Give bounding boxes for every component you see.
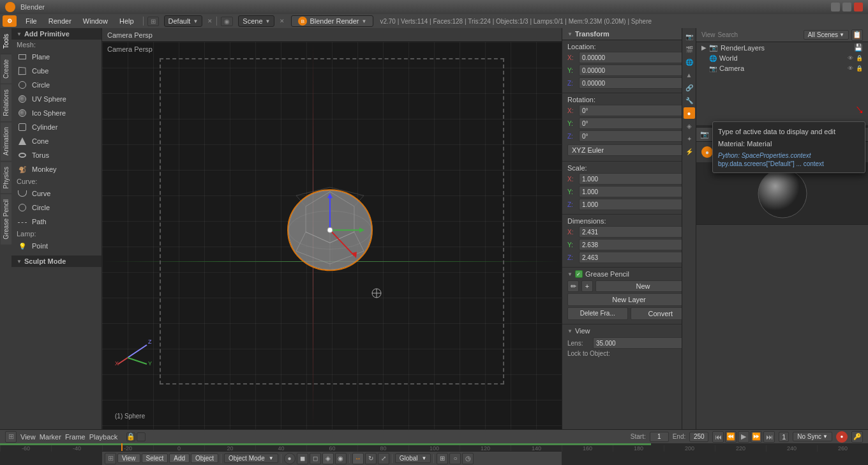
toolbar-object[interactable]: Object: [191, 454, 218, 463]
shading-wire[interactable]: ◻: [310, 453, 321, 464]
menu-logo[interactable]: ⚙: [3, 15, 17, 27]
sphere-object[interactable]: [284, 184, 380, 278]
timeline-marker-btn[interactable]: Marker: [40, 433, 61, 441]
shading-solid[interactable]: ◼: [297, 453, 308, 464]
timeline-frame-btn[interactable]: Frame: [65, 433, 86, 441]
tab-animation[interactable]: Animation: [1, 121, 11, 160]
prev-frame-btn[interactable]: ⏪: [725, 431, 737, 443]
prop-object-icon[interactable]: ▲: [684, 69, 695, 80]
tool-translate[interactable]: ↔: [352, 453, 364, 464]
current-frame-input[interactable]: 1: [779, 432, 789, 442]
prop-physics-icon[interactable]: ⚡: [684, 146, 695, 157]
scale-x-input[interactable]: 1.000 🔒: [579, 173, 691, 185]
shading-material[interactable]: ◈: [322, 453, 334, 464]
toolbar-add[interactable]: Add: [169, 454, 190, 463]
end-input[interactable]: 250: [689, 432, 708, 442]
proportional-icon[interactable]: ○: [449, 453, 461, 464]
scene-dropdown[interactable]: Scene▼: [238, 15, 274, 27]
mesh-plane[interactable]: Plane: [11, 50, 101, 64]
prop-particle-icon[interactable]: ✦: [684, 133, 695, 144]
main-viewport[interactable]: Camera Persp: [102, 28, 562, 429]
timeline-lock-icon[interactable]: 🔒: [126, 432, 135, 441]
key-btn[interactable]: 🔑: [851, 431, 863, 443]
mesh-cone[interactable]: Cone: [11, 134, 101, 148]
close-button[interactable]: [854, 3, 863, 11]
3d-cursor[interactable]: [370, 287, 383, 301]
tab-grease-pencil[interactable]: Grease Pencil: [1, 194, 11, 245]
curve-curve[interactable]: Curve: [11, 187, 101, 201]
loc-x-input[interactable]: 0.00000 🔒: [579, 52, 691, 63]
outliner-renderlayers[interactable]: ▶ 📷 RenderLayers 💾: [696, 42, 868, 53]
scale-y-input[interactable]: 1.000 🔒: [579, 186, 691, 197]
menu-help[interactable]: Help: [114, 16, 139, 26]
prop-constraint-icon[interactable]: 🔗: [684, 82, 695, 93]
outliner-world[interactable]: 🌐 World 👁 🔒: [704, 53, 868, 63]
mesh-monkey[interactable]: 🐒 Monkey: [11, 162, 101, 176]
gp-checkbox[interactable]: ✓: [575, 270, 583, 278]
shading-render[interactable]: ◉: [335, 453, 347, 464]
section-add-primitive[interactable]: ▼ Add Primitive: [11, 28, 101, 40]
record-btn[interactable]: ●: [836, 431, 848, 443]
scenes-dropdown[interactable]: All Scenes ▼: [804, 30, 849, 40]
pivot-dropdown[interactable]: Global▼: [395, 454, 431, 463]
toolbar-view[interactable]: View: [117, 454, 140, 463]
prop-render-icon[interactable]: 📷: [684, 31, 695, 42]
layout-add[interactable]: ✕: [207, 18, 213, 24]
layout-dropdown[interactable]: Default▼: [164, 15, 203, 27]
timeline-view-btn[interactable]: View: [20, 433, 36, 441]
gp-delete-button[interactable]: Delete Fra...: [567, 307, 628, 320]
menu-render[interactable]: Render: [43, 16, 77, 26]
skip-end-btn[interactable]: ⏭: [763, 431, 775, 443]
prop-material-icon[interactable]: ●: [684, 107, 695, 119]
section-sculpt[interactable]: ▼ Sculpt Mode: [11, 255, 101, 267]
dim-z-input[interactable]: 2.463 ▶: [579, 252, 691, 263]
start-input[interactable]: 1: [650, 432, 669, 442]
lens-input[interactable]: 35.000 ▶: [593, 337, 691, 349]
mesh-icosphere[interactable]: Ico Sphere: [11, 106, 101, 120]
dim-y-input[interactable]: 2.638 ▶: [579, 239, 691, 250]
skip-start-btn[interactable]: ⏮: [712, 431, 724, 443]
scale-z-input[interactable]: 1.000 🔒: [579, 199, 691, 210]
prop-scene-icon[interactable]: 🎬: [684, 43, 695, 55]
timeline-menu-icon[interactable]: ⊞: [5, 431, 17, 443]
mesh-cylinder[interactable]: Cylinder: [11, 120, 101, 134]
loc-z-input[interactable]: 0.00000 🔒: [579, 77, 691, 89]
tab-create[interactable]: Create: [1, 54, 11, 84]
sync-dropdown[interactable]: No Sync ▼: [793, 432, 832, 441]
tab-physics[interactable]: Physics: [1, 161, 11, 194]
euler-dropdown[interactable]: XYZ Euler ▼: [567, 144, 691, 156]
prop-modifier-icon[interactable]: 🔧: [684, 95, 695, 106]
rot-y-input[interactable]: 0° 🔒: [579, 118, 691, 129]
curve-path[interactable]: Path: [11, 215, 101, 229]
onion-icon[interactable]: ◷: [462, 453, 474, 464]
tab-relations[interactable]: Relations: [1, 84, 11, 121]
tab-tools[interactable]: Tools: [1, 28, 11, 54]
outliner-view-btn[interactable]: View: [701, 31, 715, 38]
mesh-circle[interactable]: Circle: [11, 78, 101, 92]
gp-new-layer-button[interactable]: New Layer: [567, 293, 691, 306]
gp-new-button[interactable]: New: [595, 280, 691, 292]
scene-add[interactable]: ✕: [280, 18, 285, 24]
rot-x-input[interactable]: 0° 🔒: [579, 105, 691, 116]
curve-circle[interactable]: Circle: [11, 201, 101, 215]
outliner-icon-btn[interactable]: 📋: [851, 29, 863, 41]
menu-window[interactable]: Window: [78, 16, 113, 26]
rot-z-input[interactable]: 0° 🔒: [579, 130, 691, 142]
minimize-button[interactable]: [831, 3, 840, 11]
maximize-button[interactable]: [842, 3, 851, 11]
prop-world-icon[interactable]: 🌐: [684, 56, 695, 68]
snap-icon[interactable]: ⊞: [437, 453, 448, 464]
gp-add-icon[interactable]: +: [581, 280, 593, 292]
tool-rotate[interactable]: ↻: [365, 453, 377, 464]
menu-file[interactable]: File: [20, 16, 42, 26]
timeline-playback-btn[interactable]: Playback: [89, 433, 118, 441]
outliner-search-btn[interactable]: Search: [718, 31, 738, 38]
tool-scale[interactable]: ⤢: [378, 453, 389, 464]
timeline-pin-icon[interactable]: [137, 432, 146, 441]
loc-y-input[interactable]: 0.00000 🔒: [579, 65, 691, 76]
toolbar-select[interactable]: Select: [142, 454, 168, 463]
next-frame-btn[interactable]: ⏩: [751, 431, 762, 443]
engine-dropdown[interactable]: B Blender Render ▼: [291, 15, 373, 27]
prop-icon-render[interactable]: 📷: [699, 129, 710, 141]
mesh-torus[interactable]: Torus: [11, 148, 101, 162]
